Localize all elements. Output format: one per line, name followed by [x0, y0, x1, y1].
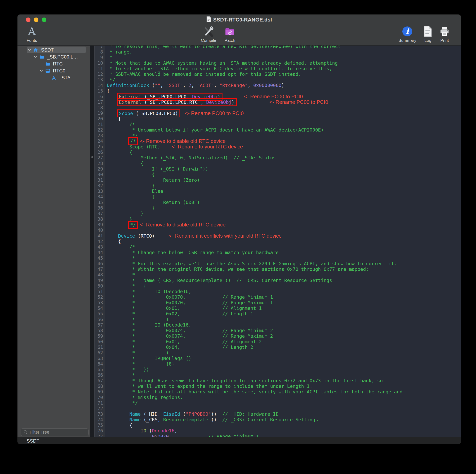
sidebar-item-sta[interactable]: _STA [17, 74, 90, 81]
chevron-spacer [45, 76, 51, 80]
line-number: 29 [95, 166, 105, 172]
code-line: * 0x0074, // Range Minimum 2 [107, 328, 461, 333]
fonts-button[interactable]: A Fonts [17, 25, 47, 43]
sidebar-item-label: RTC [53, 61, 63, 67]
line-number: 23 [95, 133, 105, 138]
code-line: If (_OSI ("Darwin")) [107, 166, 461, 172]
code-line: /* <- Remove to disable old RTC device [107, 138, 461, 144]
line-number: 43 [95, 244, 105, 250]
sidebar-item-rtc[interactable]: RTC [17, 60, 90, 67]
line-number: 53 [95, 300, 105, 305]
red-highlight-box: External (_SB_.PC00.LPC0.RTC_, DeviceObj… [117, 98, 237, 106]
code-line: } [107, 205, 461, 211]
line-number: 34 [95, 194, 105, 200]
code-line: * missing regions. [107, 395, 461, 400]
code-line: IO (Decode16, [107, 428, 461, 434]
code-line: * 0x01, // Alignment 1 [107, 305, 461, 311]
document-icon [206, 16, 211, 23]
line-number: 41 [95, 233, 105, 238]
code-line: * 0x0070, // Range Minimum 1 [107, 294, 461, 300]
line-number: 73 [95, 411, 105, 417]
line-number: 16 [95, 94, 105, 99]
code-line: */ [107, 133, 461, 138]
line-number: 70 [95, 395, 105, 400]
line-number: 57 [95, 322, 105, 328]
sidebar-item-label: _STA [59, 75, 70, 81]
code-line: { [107, 238, 461, 244]
line-number: 65 [95, 367, 105, 372]
print-button[interactable]: Print [430, 25, 459, 43]
line-number: 50 [95, 283, 105, 289]
patch-folder-icon [224, 25, 236, 38]
code-line: External (_SB_.PC00.LPC0.RTC_, DeviceObj… [107, 99, 461, 105]
code-line: * 0x02, // Length 1 [107, 311, 461, 317]
line-number: 63 [95, 356, 105, 361]
line-number: 30 [95, 172, 105, 177]
window-title: SSDT-RTC0-RANGE.dsl [17, 15, 461, 25]
line-number: 13 [95, 77, 105, 83]
line-number: 51 [95, 289, 105, 294]
code-line [107, 406, 461, 411]
code-line: * Uncomment below if your ACPI doesn't h… [107, 127, 461, 133]
line-number: 76 [95, 428, 105, 434]
code-line: * {8} [107, 361, 461, 367]
line-number: 19 [95, 110, 105, 116]
line-number: 48 [95, 272, 105, 278]
sidebar-item-sbpc00l[interactable]: _SB.PC00.L… [17, 53, 90, 60]
line-number: 32 [95, 183, 105, 188]
code-line: * we'll want to expand the range to incl… [107, 383, 461, 389]
line-number: 33 [95, 188, 105, 194]
code-line: * [107, 55, 461, 60]
status-text: SSDT [27, 438, 39, 444]
line-number: 52 [95, 294, 105, 300]
line-number: 25 [95, 144, 105, 150]
line-number: 64 [95, 361, 105, 367]
filter-tree-field[interactable] [21, 428, 88, 436]
line-number: 9 [95, 55, 105, 60]
filter-tree-input[interactable] [29, 429, 84, 435]
home-icon [34, 48, 39, 52]
code-line: * 0x01, // Alignment 2 [107, 339, 461, 344]
code-line: * range. [107, 49, 461, 55]
code-line: /* [107, 122, 461, 127]
pane-divider[interactable] [90, 46, 94, 437]
line-number: 67 [95, 378, 105, 383]
sidebar-item-ssdt[interactable]: SSDT [17, 46, 90, 53]
maciasl-window: SSDT-RTC0-RANGE.dsl A Fonts Compile [17, 15, 461, 444]
code-line: */ [107, 77, 461, 83]
code-line: Method (_STA, 0, NotSerialized) // _STA:… [107, 155, 461, 161]
code-line: * For this example, we'll use the Asus S… [107, 261, 461, 267]
code-line: * Note that due to AWAC systems having a… [107, 60, 461, 66]
code-editor[interactable]: * To resolve this, we'll want to create … [105, 46, 461, 437]
sidebar-item-rtc0[interactable]: RTC0 [17, 67, 90, 74]
chevron-down-icon[interactable] [39, 69, 45, 73]
window-titlebar: SSDT-RTC0-RANGE.dsl [17, 15, 461, 25]
code-line: * SSDT-AWAC should be removed and instea… [107, 71, 461, 77]
line-number: 60 [95, 339, 105, 344]
code-line: * ) [107, 350, 461, 356]
code-line: { [107, 194, 461, 200]
code-line: * }) [107, 367, 461, 372]
code-line: * IRQNoFlags () [107, 356, 461, 361]
line-number: 10 [95, 60, 105, 66]
line-number: 31 [95, 177, 105, 183]
line-number: 56 [95, 317, 105, 322]
line-number: 37 [95, 211, 105, 216]
status-bar: SSDT [17, 437, 461, 444]
code-line: * [107, 272, 461, 278]
code-line: Else [107, 188, 461, 194]
code-line: * 0x04, // Length 2 [107, 344, 461, 350]
divider-handle[interactable] [91, 156, 93, 158]
code-line [107, 227, 461, 233]
code-line: Name (_CRS, ResourceTemplate () // _CRS:… [107, 417, 461, 423]
chevron-down-icon[interactable] [34, 55, 39, 59]
code-line: * { [107, 283, 461, 289]
line-number: 58 [95, 328, 105, 333]
code-line: * Name (_CRS, ResourceTemplate () // _CR… [107, 278, 461, 283]
compile-tools-icon [203, 25, 214, 38]
chevron-down-icon[interactable] [27, 48, 33, 52]
red-annotation: <- Rename if it conflicts with your old … [169, 233, 282, 239]
patch-button[interactable]: Patch [215, 25, 245, 43]
code-line: } [107, 211, 461, 216]
line-number: 72 [95, 406, 105, 411]
